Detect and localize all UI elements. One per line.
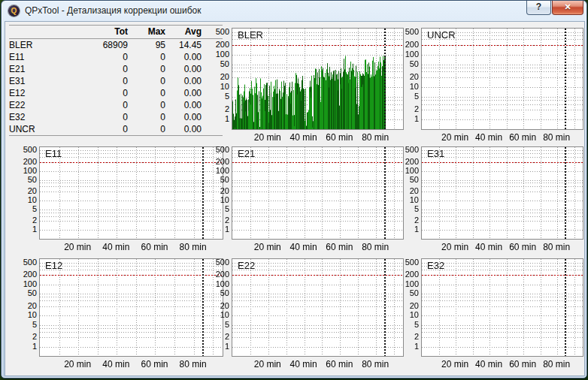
row-label: E31 [9, 75, 75, 87]
row-label: UNCR [9, 123, 75, 135]
x-axis-labels: 20 min40 min60 min80 min [421, 359, 583, 371]
chart-title: E12 [45, 260, 62, 271]
y-tick-label: 1 [32, 225, 37, 234]
y-tick-label: 100 [405, 166, 419, 175]
y-tick-label: 1 [225, 114, 229, 123]
summary-header-tot: Tot [75, 26, 128, 38]
close-button[interactable]: ✕ [552, 1, 583, 15]
y-tick-label: 200 [405, 40, 419, 49]
title-bar[interactable]: Q QPxTool - Детализация коррекции ошибок… [2, 1, 586, 21]
y-tick-label: 500 [216, 27, 229, 36]
row-label: BLER [9, 39, 75, 51]
y-tick-label: 10 [28, 195, 37, 204]
row-max: 0 [128, 51, 165, 63]
y-tick-label: 10 [410, 82, 419, 91]
y-tick-label: 2 [414, 104, 419, 113]
x-tick-label: 60 min [326, 242, 353, 252]
row-avg: 14.45 [165, 39, 202, 51]
help-button[interactable]: ? [526, 1, 551, 15]
x-axis-labels: 20 min40 min60 min80 min [39, 242, 223, 254]
dialog-client-area: TotMaxAvgBLER689099514.45E11000.00E21000… [5, 21, 585, 376]
y-tick-label: 1 [225, 225, 229, 234]
row-avg: 0.00 [165, 63, 202, 75]
y-tick-label: 5 [225, 320, 229, 329]
y-tick-label: 1 [225, 342, 229, 351]
y-tick-label: 50 [220, 288, 229, 297]
summary-row-uncr: UNCR000.00 [9, 123, 223, 136]
y-tick-label: 5 [414, 204, 419, 213]
x-tick-label: 40 min [475, 242, 502, 252]
plot-area [39, 146, 223, 240]
y-tick-label: 500 [23, 258, 37, 267]
x-tick-label: 60 min [509, 132, 536, 143]
y-axis-labels: 125102050100200500 [394, 258, 419, 357]
chart-canvas [422, 29, 583, 129]
row-avg: 0.00 [165, 75, 202, 87]
chart-title: E22 [238, 260, 255, 271]
x-tick-label: 80 min [362, 242, 389, 252]
row-max: 0 [128, 111, 165, 123]
x-tick-label: 60 min [141, 359, 168, 369]
x-tick-label: 40 min [102, 242, 129, 252]
y-axis-labels: 125102050100200500 [12, 146, 37, 240]
row-avg: 0.00 [165, 111, 202, 123]
row-tot: 0 [75, 111, 128, 123]
y-tick-label: 50 [410, 59, 419, 68]
row-tot: 0 [75, 99, 128, 111]
y-tick-label: 100 [216, 50, 229, 59]
plot-area [421, 258, 583, 357]
x-tick-label: 20 min [441, 242, 468, 252]
x-tick-label: 20 min [64, 359, 91, 369]
x-tick-label: 80 min [180, 242, 207, 252]
y-axis-labels: 125102050100200500 [205, 146, 229, 240]
y-tick-label: 10 [220, 82, 229, 91]
x-tick-label: 80 min [543, 132, 570, 143]
y-tick-label: 1 [414, 342, 419, 351]
summary-header-max: Max [128, 26, 165, 38]
y-tick-label: 10 [410, 310, 419, 319]
x-tick-label: 20 min [64, 242, 91, 252]
x-tick-label: 60 min [326, 359, 353, 369]
y-tick-label: 2 [225, 216, 229, 225]
y-tick-label: 200 [405, 157, 419, 166]
y-tick-label: 500 [405, 27, 419, 36]
y-tick-label: 50 [410, 175, 419, 184]
y-tick-label: 1 [414, 225, 419, 234]
y-tick-label: 20 [220, 301, 229, 310]
y-tick-label: 1 [414, 114, 419, 123]
row-max: 0 [128, 87, 165, 99]
row-label: E22 [9, 99, 75, 111]
plot-area [39, 258, 223, 357]
x-tick-label: 80 min [543, 359, 570, 369]
x-tick-label: 40 min [475, 359, 502, 369]
y-axis-labels: 125102050100200500 [394, 28, 419, 130]
y-axis-labels: 125102050100200500 [205, 258, 229, 357]
x-tick-label: 80 min [362, 132, 389, 143]
summary-row-e32: E32000.00 [9, 111, 223, 123]
x-axis-labels: 20 min40 min60 min80 min [232, 359, 404, 371]
row-max: 0 [128, 99, 165, 111]
chart-canvas [422, 147, 583, 239]
y-axis-labels: 125102050100200500 [205, 28, 229, 130]
y-tick-label: 20 [410, 72, 419, 81]
row-label: E11 [9, 51, 75, 63]
y-tick-label: 2 [32, 332, 37, 341]
y-tick-label: 5 [225, 92, 229, 101]
row-max: 0 [128, 63, 165, 75]
x-axis-labels: 20 min40 min60 min80 min [232, 242, 404, 254]
y-tick-label: 500 [216, 145, 229, 154]
qpxtool-logo-icon: Q [8, 5, 20, 17]
y-tick-label: 20 [220, 186, 229, 195]
summary-row-e11: E11000.00 [9, 51, 223, 63]
x-axis-labels: 20 min40 min60 min80 min [232, 132, 404, 144]
y-tick-label: 200 [23, 157, 37, 166]
chart-canvas [40, 147, 223, 239]
error-summary-table: TotMaxAvgBLER689099514.45E11000.00E21000… [9, 25, 223, 136]
y-tick-label: 5 [225, 204, 229, 213]
row-label: E32 [9, 111, 75, 123]
y-tick-label: 100 [216, 166, 229, 175]
row-tot: 0 [75, 123, 128, 135]
y-tick-label: 200 [23, 270, 37, 279]
row-tot: 0 [75, 87, 128, 99]
row-max: 95 [128, 39, 165, 51]
